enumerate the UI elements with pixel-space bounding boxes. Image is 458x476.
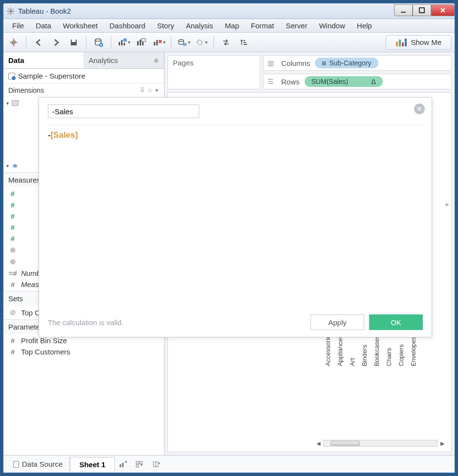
columns-label: Columns: [281, 59, 310, 67]
menu-data[interactable]: Data: [31, 20, 56, 32]
svg-point-12: [95, 39, 101, 41]
datasource-tab[interactable]: Data Source: [6, 457, 70, 471]
swap-button[interactable]: [219, 36, 233, 49]
rows-icon: ☰: [268, 78, 276, 85]
calc-formula-editor[interactable]: -[Sales]: [48, 130, 423, 140]
menu-dashboard[interactable]: Dashboard: [104, 20, 150, 32]
apply-button[interactable]: Apply: [311, 314, 364, 330]
menu-map[interactable]: Map: [220, 20, 244, 32]
client-area: Data Analytics ⊕ Sample - Superstore Dim…: [3, 52, 455, 455]
side-tabs: Data Analytics ⊕: [3, 52, 164, 69]
scroll-right-icon[interactable]: ▶: [438, 439, 446, 447]
number-icon: #: [8, 280, 17, 289]
menu-window[interactable]: Window: [314, 20, 350, 32]
menu-format[interactable]: Format: [246, 20, 279, 32]
new-dashboard-tab-button[interactable]: [131, 457, 148, 471]
columns-pill[interactable]: ⊞ Sub-Category: [315, 58, 378, 68]
pin-icon: ⊕: [154, 57, 159, 64]
sheet-tab-active[interactable]: Sheet 1: [70, 457, 114, 472]
svg-rect-18: [137, 41, 139, 45]
set-icon: ⊘: [8, 308, 17, 317]
save-button[interactable]: [66, 36, 81, 49]
horizontal-scrollbar[interactable]: ◀ ▶: [314, 439, 446, 448]
list-item[interactable]: #Top Customers: [3, 346, 164, 357]
duplicate-sheet-button[interactable]: [134, 36, 148, 49]
columns-icon: ▥: [268, 59, 276, 67]
menu-worksheet[interactable]: Worksheet: [58, 20, 103, 32]
hierarchy-icon: ⩩: [12, 162, 19, 169]
calc-name-input[interactable]: [48, 104, 199, 118]
ok-button[interactable]: OK: [369, 314, 423, 330]
sort-asc-button[interactable]: [236, 36, 251, 49]
app-window: Tableau - Book2 File Data Worksheet Dash…: [3, 3, 455, 473]
globe-icon: ⊕: [8, 257, 17, 266]
svg-rect-26: [185, 43, 186, 46]
expand-right-icon[interactable]: ▸: [446, 200, 449, 208]
pages-shelf[interactable]: Pages: [167, 55, 260, 89]
dimensions-tools[interactable]: ⠿ ○ ▾: [140, 87, 159, 94]
svg-rect-15: [121, 40, 123, 45]
svg-rect-32: [136, 461, 139, 464]
refresh-button[interactable]: [194, 36, 208, 49]
svg-rect-19: [140, 40, 141, 45]
formula-field: [Sales]: [51, 130, 78, 140]
window-controls: [394, 6, 455, 16]
svg-rect-27: [244, 40, 245, 41]
close-button[interactable]: [431, 4, 455, 16]
pause-updates-button[interactable]: [176, 36, 191, 49]
svg-rect-31: [122, 463, 124, 467]
menu-story[interactable]: Story: [152, 20, 179, 32]
new-worksheet-tab-button[interactable]: [115, 457, 131, 471]
show-me-icon: [396, 39, 407, 46]
svg-rect-4: [401, 12, 406, 13]
svg-rect-20: [142, 42, 144, 45]
svg-rect-22: [154, 42, 155, 45]
datasource-tab-icon: [13, 461, 19, 468]
menu-help[interactable]: Help: [352, 20, 377, 32]
svg-rect-5: [419, 8, 424, 13]
datasource-row[interactable]: Sample - Superstore: [3, 69, 164, 83]
datasource-icon: [8, 73, 15, 80]
new-datasource-button[interactable]: [91, 36, 106, 49]
svg-rect-16: [124, 43, 125, 45]
rows-pill[interactable]: SUM(Sales) Δ: [305, 76, 383, 87]
number-icon: #: [8, 336, 17, 345]
rows-label: Rows: [281, 78, 300, 86]
globe-icon: ⊕: [8, 246, 17, 254]
minimize-button[interactable]: [394, 4, 413, 16]
scroll-thumb[interactable]: [331, 441, 360, 446]
tab-analytics[interactable]: Analytics ⊕: [84, 52, 165, 68]
tab-data[interactable]: Data: [3, 52, 84, 68]
window-title: Tableau - Book2: [18, 7, 71, 15]
menu-bar: File Data Worksheet Dashboard Story Anal…: [3, 19, 455, 33]
table-calc-icon: Δ: [371, 78, 375, 85]
number-icon: =#: [8, 269, 17, 277]
columns-shelf[interactable]: ▥ Columns ⊞ Sub-Category: [263, 55, 452, 71]
tableau-icon: [6, 7, 15, 16]
clear-sheet-button[interactable]: [151, 36, 166, 49]
svg-rect-14: [119, 42, 120, 45]
dimensions-label: Dimensions: [8, 86, 44, 94]
svg-rect-34: [136, 465, 139, 467]
svg-point-24: [179, 40, 184, 41]
rows-shelf[interactable]: ☰ Rows SUM(Sales) Δ: [263, 74, 452, 89]
titlebar: Tableau - Book2: [3, 3, 455, 19]
scroll-left-icon[interactable]: ◀: [314, 439, 322, 447]
show-me-label: Show Me: [411, 38, 441, 46]
scroll-track[interactable]: [323, 440, 437, 447]
forward-button[interactable]: [49, 36, 63, 49]
maximize-button[interactable]: [413, 4, 431, 16]
back-button[interactable]: [31, 36, 46, 49]
folder-icon: [12, 100, 19, 106]
new-worksheet-button[interactable]: [116, 36, 131, 49]
new-story-tab-button[interactable]: [148, 457, 165, 471]
svg-rect-21: [142, 39, 146, 41]
close-icon[interactable]: ✕: [414, 103, 425, 114]
menu-server[interactable]: Server: [281, 20, 312, 32]
menu-analysis[interactable]: Analysis: [181, 20, 218, 32]
tableau-logo-button[interactable]: [6, 36, 21, 49]
menu-file[interactable]: File: [7, 20, 29, 32]
parameters-list: #Profit Bin Size #Top Customers: [3, 334, 164, 358]
svg-rect-30: [120, 464, 121, 467]
show-me-button[interactable]: Show Me: [386, 35, 452, 50]
